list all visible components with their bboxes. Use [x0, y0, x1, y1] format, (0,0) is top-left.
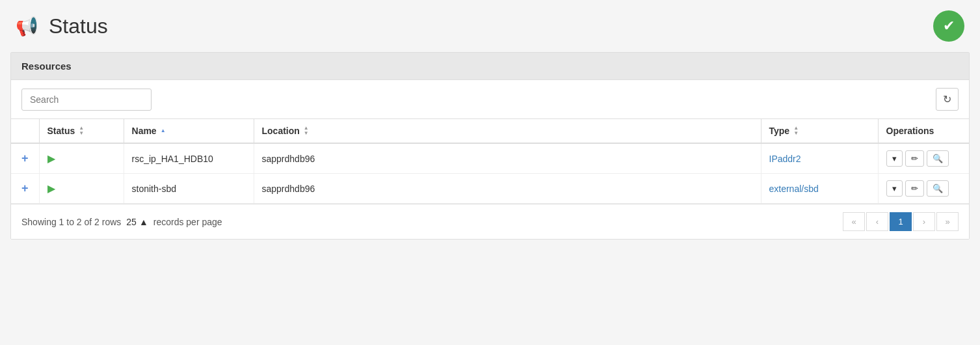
row1-add-button[interactable]: +	[19, 152, 31, 165]
row2-location: sapprdhdb96	[262, 184, 315, 194]
table-toolbar: ↻	[11, 80, 969, 119]
th-type[interactable]: Type ▲ ▼	[761, 119, 878, 143]
row2-add-button[interactable]: +	[19, 182, 31, 195]
row2-status-icon: ▶	[47, 183, 55, 194]
refresh-icon: ↻	[943, 94, 951, 105]
row1-location-cell: sapprdhdb96	[254, 143, 761, 174]
row1-ops-cell: ▾ ✏ 🔍	[878, 143, 969, 174]
th-operations: Operations	[878, 119, 969, 143]
table-footer: Showing 1 to 2 of 2 rows 25 ▲ records pe…	[11, 204, 969, 239]
row2-ops-cell: ▾ ✏ 🔍	[878, 174, 969, 204]
row1-name: rsc_ip_HA1_HDB10	[132, 154, 213, 164]
sort-icons-status: ▲ ▼	[79, 126, 84, 136]
row1-search-button[interactable]: 🔍	[927, 150, 949, 167]
th-location[interactable]: Location ▲ ▼	[254, 119, 761, 143]
row1-name-cell: rsc_ip_HA1_HDB10	[124, 143, 254, 174]
row2-name-cell: stonith-sbd	[124, 174, 254, 204]
row1-type-cell: IPaddr2	[761, 143, 878, 174]
row1-add-cell: +	[11, 143, 39, 174]
search-input[interactable]	[21, 89, 152, 111]
pagination-first-button[interactable]: «	[843, 212, 865, 231]
table-row: + ▶ rsc_ip_HA1_HDB10 sapprdhdb96 IPaddr2…	[11, 143, 969, 174]
row1-dropdown-button[interactable]: ▾	[886, 150, 903, 167]
row2-status-cell: ▶	[39, 174, 124, 204]
sort-icons-type: ▲ ▼	[793, 126, 799, 136]
status-ok-indicator: ✔	[933, 10, 964, 42]
row1-status-cell: ▶	[39, 143, 124, 174]
pagination: « ‹ 1 › »	[843, 212, 959, 231]
per-page-label: records per page	[153, 217, 222, 227]
row2-type-link[interactable]: external/sbd	[769, 184, 819, 194]
per-page-value: 25	[126, 217, 137, 227]
sort-icons-name: ▲	[161, 128, 166, 133]
row1-type-link[interactable]: IPaddr2	[769, 154, 801, 164]
row2-dropdown-button[interactable]: ▾	[886, 180, 903, 197]
pagination-page-1-button[interactable]: 1	[890, 212, 912, 231]
pagination-last-button[interactable]: »	[936, 212, 959, 231]
megaphone-icon: 📢	[16, 16, 38, 37]
per-page-selector[interactable]: 25 ▲	[126, 217, 148, 227]
row2-add-cell: +	[11, 174, 39, 204]
pagination-prev-button[interactable]: ‹	[866, 212, 888, 231]
per-page-arrow: ▲	[139, 217, 148, 227]
row1-ops-group: ▾ ✏ 🔍	[886, 150, 962, 167]
resources-panel: Resources ↻ Status ▲ ▼	[10, 52, 970, 240]
row2-search-button[interactable]: 🔍	[927, 180, 949, 197]
row2-type-cell: external/sbd	[761, 174, 878, 204]
resources-table: Status ▲ ▼ Name ▲	[11, 119, 969, 204]
th-status[interactable]: Status ▲ ▼	[39, 119, 124, 143]
row1-location: sapprdhdb96	[262, 154, 315, 164]
sort-icons-location: ▲ ▼	[304, 126, 309, 136]
header-left: 📢 Status	[16, 14, 108, 38]
row2-edit-button[interactable]: ✏	[905, 180, 924, 197]
resources-header: Resources	[11, 53, 969, 80]
table-row: + ▶ stonith-sbd sapprdhdb96 external/sbd…	[11, 174, 969, 204]
page-header: 📢 Status ✔	[0, 0, 980, 52]
showing-text: Showing 1 to 2 of 2 rows	[21, 217, 121, 227]
checkmark-icon: ✔	[943, 18, 955, 34]
row1-status-icon: ▶	[47, 153, 55, 164]
row2-ops-group: ▾ ✏ 🔍	[886, 180, 962, 197]
table-header-row: Status ▲ ▼ Name ▲	[11, 119, 969, 143]
footer-left: Showing 1 to 2 of 2 rows 25 ▲ records pe…	[21, 217, 222, 227]
resources-title: Resources	[21, 61, 72, 72]
page-title: Status	[49, 14, 108, 38]
th-name[interactable]: Name ▲	[124, 119, 254, 143]
row1-edit-button[interactable]: ✏	[905, 150, 924, 167]
refresh-button[interactable]: ↻	[936, 88, 959, 111]
row2-name: stonith-sbd	[132, 184, 176, 194]
th-checkbox	[11, 119, 39, 143]
pagination-next-button[interactable]: ›	[913, 212, 935, 231]
row2-location-cell: sapprdhdb96	[254, 174, 761, 204]
